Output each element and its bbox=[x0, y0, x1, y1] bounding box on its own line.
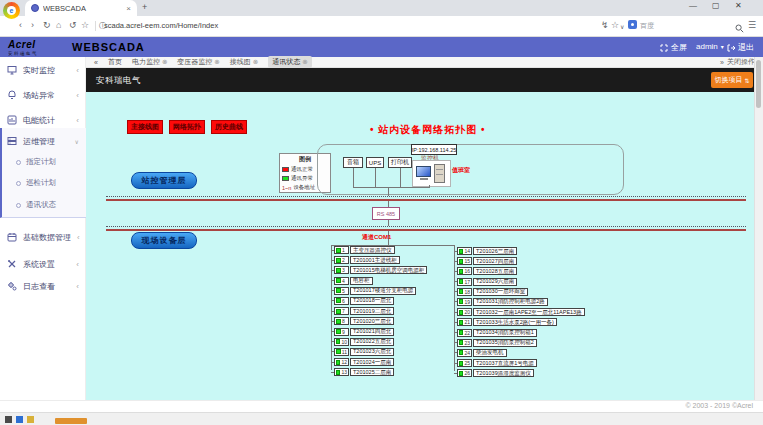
close-tab-icon[interactable]: ⊗ bbox=[253, 58, 258, 66]
device-row[interactable]: 11 T201023六层北 bbox=[331, 348, 427, 356]
bookmark-icon[interactable]: ☆ bbox=[81, 20, 89, 30]
search-icon[interactable] bbox=[735, 19, 744, 37]
device-row[interactable]: 25 T201037直流屏1号电源 bbox=[454, 359, 585, 367]
close-operations-menu[interactable]: » 关闭操作 bbox=[720, 57, 755, 67]
device-row[interactable]: 12 T201024一层南 bbox=[331, 358, 427, 366]
device-row[interactable]: 13 T201025二层南 bbox=[331, 368, 427, 376]
device-name-box[interactable]: T201001主进线柜 bbox=[350, 256, 400, 264]
close-tab-icon[interactable]: ⊗ bbox=[302, 58, 307, 66]
device-name-box[interactable]: T201022五层北 bbox=[350, 338, 394, 346]
close-tab-icon[interactable]: ⊗ bbox=[162, 58, 167, 66]
user-menu[interactable]: admin ▾ bbox=[696, 42, 724, 51]
speaker-device-box[interactable]: 音箱 bbox=[343, 157, 363, 168]
scrollbar-track[interactable] bbox=[754, 57, 763, 400]
window-maximize-button[interactable]: ▢ bbox=[712, 1, 720, 10]
device-row[interactable]: 14 T201026三层南 bbox=[454, 247, 585, 255]
browser-tab[interactable]: WEBSCADA × bbox=[25, 0, 137, 16]
main-wiring-view-button[interactable]: 主接线图 bbox=[127, 120, 163, 134]
sidebar-subitem-inspection-plan[interactable]: 巡检计划 bbox=[0, 174, 86, 192]
collapse-tabs-icon[interactable]: « bbox=[94, 59, 98, 66]
window-close-button[interactable]: ✕ bbox=[735, 1, 742, 10]
device-name-box[interactable]: T201037直流屏1号电源 bbox=[473, 359, 537, 367]
back-icon[interactable]: ‹ bbox=[19, 20, 22, 30]
device-row[interactable]: 16 T201028五层南 bbox=[454, 267, 585, 275]
device-row[interactable]: 22 T201034消防泵控制箱1 bbox=[454, 329, 585, 337]
device-name-box[interactable]: T201039温湿度监测仪 bbox=[473, 369, 534, 377]
search-engine-icon[interactable] bbox=[628, 20, 637, 29]
browser-logo-icon[interactable]: e bbox=[3, 2, 20, 19]
device-row[interactable]: 6 T201018一层北 bbox=[331, 297, 427, 305]
device-name-box[interactable]: 主变压器温控仪 bbox=[350, 246, 395, 254]
device-name-box[interactable]: T201019二层北 bbox=[350, 307, 394, 315]
tab-power-monitoring[interactable]: 电力监控⊗ bbox=[132, 57, 167, 67]
device-name-box[interactable]: 电容柜 bbox=[350, 277, 373, 285]
device-name-box[interactable]: T201035消防泵控制箱2 bbox=[473, 339, 537, 347]
device-name-box[interactable]: T201017楼道分支柜电源 bbox=[350, 287, 416, 295]
device-row[interactable]: 24 柴油发电机 bbox=[454, 349, 585, 357]
menu-icon[interactable]: ☰ bbox=[748, 20, 756, 30]
device-name-box[interactable]: T201024一层南 bbox=[350, 358, 394, 366]
device-row[interactable]: 20 T201032一层南1APE2至一层北11APE13路 bbox=[454, 308, 585, 316]
device-row[interactable]: 15 T201027四层南 bbox=[454, 257, 585, 265]
tab-transformer-monitoring[interactable]: 变压器监控⊗ bbox=[177, 57, 219, 67]
tab-close-icon[interactable]: × bbox=[126, 4, 131, 13]
forward-icon[interactable]: › bbox=[31, 20, 34, 30]
device-name-box[interactable]: T201034消防泵控制箱1 bbox=[473, 329, 537, 337]
device-row[interactable]: 18 T201030一层环廊室 bbox=[454, 288, 585, 296]
device-row[interactable]: 19 T201031消防控制柜电源2路 bbox=[454, 298, 585, 306]
device-name-box[interactable]: T201027四层南 bbox=[473, 257, 517, 265]
new-tab-button[interactable]: + bbox=[142, 2, 147, 12]
reload-icon[interactable]: ↻ bbox=[43, 20, 51, 30]
window-minimize-button[interactable]: — bbox=[689, 1, 697, 10]
device-row[interactable]: 4 电容柜 bbox=[331, 277, 427, 285]
fullscreen-button[interactable]: 全屏 bbox=[660, 42, 687, 53]
device-row[interactable]: 8 T201020三层北 bbox=[331, 317, 427, 325]
logout-button[interactable]: 退出 bbox=[727, 42, 754, 53]
device-name-box[interactable]: 柴油发电机 bbox=[473, 349, 507, 357]
device-row[interactable]: 17 T201029六层南 bbox=[454, 278, 585, 286]
device-row[interactable]: 10 T201022五层北 bbox=[331, 338, 427, 346]
tab-wiring-diagram[interactable]: 接线图⊗ bbox=[230, 57, 258, 67]
device-row[interactable]: 21 T201033生活水泵2路(一用一备) bbox=[454, 318, 585, 326]
sidebar-item-system-settings[interactable]: 系统设置‹ bbox=[0, 254, 86, 274]
tab-home[interactable]: 首页 bbox=[108, 57, 122, 67]
device-name-box[interactable]: T201030一层环廊室 bbox=[473, 288, 528, 296]
flash-extension-icon[interactable]: ↯ bbox=[601, 20, 609, 30]
monitoring-computer-icon[interactable] bbox=[412, 160, 451, 187]
url-field[interactable]: scada.acrel-eem.com/Home/Index bbox=[104, 21, 218, 30]
sidebar-item-realtime-monitoring[interactable]: 实时监控‹ bbox=[0, 60, 86, 80]
device-name-box[interactable]: T201021四层北 bbox=[350, 328, 394, 336]
sidebar-subitem-assigned-plan[interactable]: 指定计划 bbox=[0, 153, 86, 171]
device-name-box[interactable]: T201020三层北 bbox=[350, 317, 394, 325]
device-name-box[interactable]: T201023六层北 bbox=[350, 348, 394, 356]
close-tab-icon[interactable]: ⊗ bbox=[214, 58, 219, 66]
ups-device-box[interactable]: UPS bbox=[366, 157, 384, 168]
sidebar-item-ops-management[interactable]: 运维管理∨ bbox=[0, 131, 86, 151]
device-name-box[interactable]: T201032一层南1APE2至一层北11APE13路 bbox=[473, 308, 585, 316]
device-name-box[interactable]: T201025二层南 bbox=[350, 368, 394, 376]
device-name-box[interactable]: T201033生活水泵2路(一用一备) bbox=[473, 318, 557, 326]
printer-device-box[interactable]: 打印机 bbox=[388, 157, 412, 168]
sidebar-item-energy-statistics[interactable]: 电能统计‹ bbox=[0, 110, 86, 130]
device-row[interactable]: 26 T201039温湿度监测仪 bbox=[454, 369, 585, 377]
sidebar-subitem-communication-status[interactable]: 通讯状态 bbox=[0, 196, 86, 214]
device-row[interactable]: 5 T201017楼道分支柜电源 bbox=[331, 287, 427, 295]
device-name-box[interactable]: T201026三层南 bbox=[473, 247, 517, 255]
device-name-box[interactable]: T201015电梯机房空调电源柜 bbox=[350, 266, 427, 274]
chevron-down-icon[interactable]: ∨ bbox=[620, 23, 624, 30]
device-row[interactable]: 7 T201019二层北 bbox=[331, 307, 427, 315]
device-name-box[interactable]: T201031消防控制柜电源2路 bbox=[473, 298, 548, 306]
device-row[interactable]: 1 主变压器温控仪 bbox=[331, 246, 427, 254]
device-row[interactable]: 23 T201035消防泵控制箱2 bbox=[454, 339, 585, 347]
scrollbar-thumb[interactable] bbox=[756, 60, 761, 108]
tab-communication-status[interactable]: 通讯状态⊗ bbox=[268, 56, 311, 68]
sidebar-item-basic-data[interactable]: 基础数据管理‹ bbox=[0, 227, 86, 247]
device-row[interactable]: 2 T201001主进线柜 bbox=[331, 256, 427, 264]
device-name-box[interactable]: T201029六层南 bbox=[473, 278, 517, 286]
device-name-box[interactable]: T201018一层北 bbox=[350, 297, 394, 305]
sidebar-item-log-viewer[interactable]: 日志查看‹ bbox=[0, 276, 86, 296]
network-topology-view-button[interactable]: 网络拓扑 bbox=[169, 120, 205, 134]
history-icon[interactable]: ↺ bbox=[69, 20, 77, 30]
star-icon[interactable]: ☆ bbox=[611, 20, 619, 30]
home-icon[interactable]: ⌂ bbox=[56, 20, 61, 30]
